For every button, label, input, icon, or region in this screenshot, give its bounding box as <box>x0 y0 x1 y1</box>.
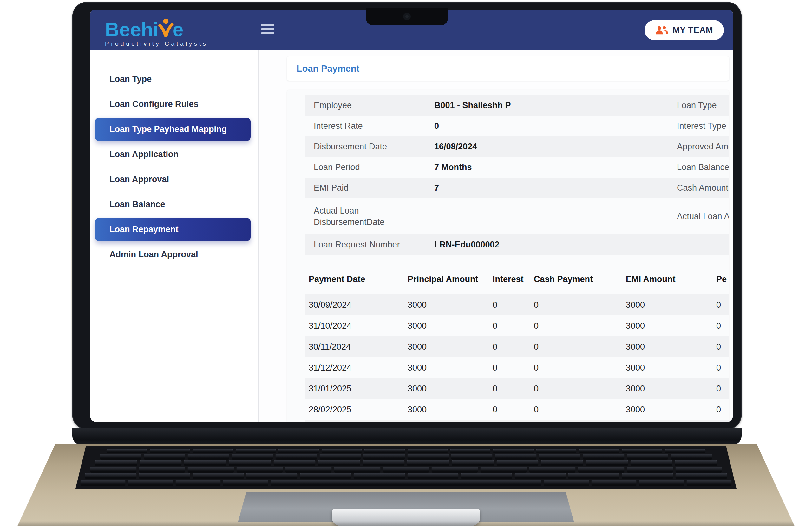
detail-label: Actual Loan DisbursementDate <box>314 205 409 228</box>
detail-value: 7 <box>434 183 677 193</box>
table-row: 31/12/202430000030000 <box>305 357 729 378</box>
keyboard-key <box>536 449 576 453</box>
table-cell: 0 <box>716 300 729 310</box>
laptop-deck <box>17 443 795 526</box>
detail-label: Disbursement Date <box>314 142 434 152</box>
keyboard-key <box>686 480 731 486</box>
keyboard-key <box>539 454 580 460</box>
table-cell: 0 <box>493 321 534 331</box>
keyboard-key <box>321 449 362 453</box>
detail-label: Loan Period <box>314 162 434 172</box>
sidebar-item-label: Loan Application <box>110 150 178 159</box>
detail-row-emi-paid: EMI Paid7Cash Amount <box>305 177 729 198</box>
table-row: 31/10/202430000030000 <box>305 315 729 336</box>
table-cell: 31/12/2024 <box>309 363 408 373</box>
table-cell: 3000 <box>408 342 493 352</box>
table-cell: 0 <box>716 321 729 331</box>
keyboard-key <box>451 454 492 460</box>
keyboard-key <box>495 454 536 460</box>
sidebar-item-loan-application[interactable]: Loan Application <box>90 142 258 167</box>
table-cell: 31/10/2024 <box>309 321 408 331</box>
keyboard-key <box>452 460 494 466</box>
keyboard-key <box>578 467 624 473</box>
beehive-logo: Beehi e Productivity Catalysts <box>105 13 208 47</box>
column-header-pe: Pe <box>716 274 729 284</box>
keyboard-key <box>176 480 221 486</box>
detail-label: Interest Rate <box>314 121 434 131</box>
keyboard-key <box>285 467 332 473</box>
table-cell: 0 <box>493 405 534 415</box>
keyboard-key <box>85 473 136 479</box>
keyboard-key <box>496 460 539 466</box>
loan-details: EmployeeB001 - Shaileshh PLoan TypeInter… <box>305 95 729 255</box>
sidebar-item-loan-approval[interactable]: Loan Approval <box>90 167 258 192</box>
keyboard-key <box>671 454 712 460</box>
keyboard-key <box>493 449 534 453</box>
sidebar-item-loan-type-payhead-mapping[interactable]: Loan Type Payhead Mapping <box>95 118 250 141</box>
table-cell: 0 <box>716 405 729 415</box>
detail-label-right: Cash Amount <box>677 183 729 193</box>
table-cell: 31/01/2025 <box>309 384 408 394</box>
keyboard-key <box>585 460 628 466</box>
detail-value: LRN-Edu000002 <box>434 240 677 250</box>
keyboard-key <box>95 460 137 466</box>
keyboard-key <box>188 467 234 473</box>
column-header-interest: Interest <box>493 274 534 284</box>
keyboard-key <box>232 454 273 460</box>
sidebar-item-loan-repayment[interactable]: Loan Repayment <box>95 218 250 241</box>
keyboard-key <box>300 473 351 479</box>
sidebar-item-label: Loan Type <box>110 74 151 84</box>
my-team-label: MY TEAM <box>672 25 713 35</box>
detail-label-right: Interest Type <box>677 121 729 131</box>
keyboard-key <box>461 473 512 479</box>
table-cell: 3000 <box>626 363 716 373</box>
sidebar: Loan TypeLoan Configure RulesLoan Type P… <box>90 50 259 422</box>
keyboard-key <box>543 480 589 486</box>
keyboard-key <box>139 467 185 473</box>
table-cell: 0 <box>493 342 534 352</box>
keyboard-key <box>106 449 147 453</box>
table-cell: 3000 <box>626 321 716 331</box>
table-cell: 3000 <box>626 405 716 415</box>
keyboard-key <box>90 467 136 473</box>
my-team-button[interactable]: MY TEAM <box>644 20 724 40</box>
sidebar-item-loan-type[interactable]: Loan Type <box>90 67 258 92</box>
logo-person-icon <box>158 16 174 42</box>
sidebar-item-label: Loan Approval <box>110 174 169 184</box>
keyboard-key <box>334 467 380 473</box>
table-cell: 0 <box>493 363 534 373</box>
table-cell: 3000 <box>408 363 493 373</box>
keyboard-key <box>363 460 405 466</box>
detail-label: EMI Paid <box>314 183 434 193</box>
detail-row-employee: EmployeeB001 - Shaileshh PLoan Type <box>305 95 729 116</box>
keyboard-key <box>276 454 317 460</box>
laptop-hinge <box>72 428 742 445</box>
keyboard-key <box>273 460 316 466</box>
column-header-principal-amount: Principal Amount <box>408 274 493 284</box>
keyboard-key <box>407 454 449 460</box>
beehive-wordmark: Beehi e <box>105 13 208 39</box>
team-icon <box>655 25 668 35</box>
keyboard-key <box>529 467 575 473</box>
keyboard <box>75 446 737 489</box>
table-row: 30/09/202430000030000 <box>305 295 729 315</box>
column-header-cash-payment: Cash Payment <box>534 274 626 284</box>
payments-table: Payment DatePrincipal AmountInterestCash… <box>305 271 729 422</box>
sidebar-item-admin-loan-approval[interactable]: Admin Loan Approval <box>90 242 258 267</box>
keyboard-key <box>100 454 141 460</box>
menu-icon[interactable] <box>261 24 274 34</box>
keyboard-key <box>480 467 527 473</box>
keyboard-key <box>541 460 583 466</box>
keyboard-key <box>192 449 233 453</box>
keyboard-key <box>318 460 360 466</box>
main-content: Loan Payment EmployeeB001 - Shaileshh PL… <box>259 50 733 422</box>
sidebar-item-label: Loan Configure Rules <box>110 99 199 109</box>
keyboard-key <box>271 480 541 486</box>
keyboard-key <box>639 480 684 486</box>
sidebar-item-loan-configure-rules[interactable]: Loan Configure Rules <box>90 92 258 117</box>
payments-table-body: 30/09/20243000003000031/10/2024300000300… <box>305 295 729 420</box>
keyboard-key <box>568 473 620 479</box>
keyboard-key <box>665 449 706 453</box>
sidebar-item-loan-balance[interactable]: Loan Balance <box>90 192 258 217</box>
detail-row-loan-period: Loan Period7 MonthsLoan Balance <box>305 157 729 177</box>
